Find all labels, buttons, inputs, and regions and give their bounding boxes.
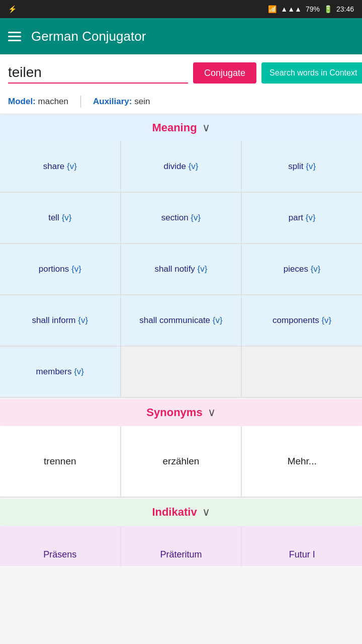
model-auxiliary-row: Model: machen Auxiliary: sein xyxy=(0,92,362,114)
word-card-shall-communicate[interactable]: shall communicate {v} xyxy=(121,295,241,346)
indikativ-futur-label: Futur I xyxy=(289,549,315,560)
word-components: components {v} xyxy=(273,315,331,326)
word-card-members[interactable]: members {v} xyxy=(0,347,120,397)
word-card-components[interactable]: components {v} xyxy=(242,295,362,346)
meaning-label: Meaning xyxy=(152,121,197,134)
synonyms-label: Synonyms xyxy=(146,406,202,419)
meaning-section-header[interactable]: Meaning ∨ xyxy=(0,114,362,141)
word-shall-inform: shall inform {v} xyxy=(32,315,88,326)
auxiliary-value: sein xyxy=(134,97,150,106)
word-card-pieces[interactable]: pieces {v} xyxy=(242,244,362,294)
word-card-split[interactable]: split {v} xyxy=(242,141,362,192)
word-pieces: pieces {v} xyxy=(284,264,321,274)
search-context-button[interactable]: Search words in Context xyxy=(261,62,362,84)
battery-percentage: 79% xyxy=(306,5,320,13)
model-text: Model: machen xyxy=(8,97,68,107)
indikativ-prateritum-label: Präteritum xyxy=(160,549,202,560)
conjugate-button[interactable]: Conjugate xyxy=(193,62,256,84)
indikativ-prateritum[interactable]: Präteritum xyxy=(121,526,241,566)
indikativ-prasens[interactable]: Präsens xyxy=(0,526,120,566)
status-bar: ⚡ 📶 ▲▲▲ 79% 🔋 23:46 xyxy=(0,0,362,18)
lightning-icon: ⚡ xyxy=(8,5,17,13)
word-portions: portions {v} xyxy=(39,264,81,274)
word-split: split {v} xyxy=(288,162,316,172)
synonym-mehr: Mehr... xyxy=(288,456,317,467)
word-section: section {v} xyxy=(161,213,201,223)
word-card-share[interactable]: share {v} xyxy=(0,141,120,192)
word-share: share {v} xyxy=(43,162,77,172)
synonym-card-erzahlen[interactable]: erzählen xyxy=(121,426,241,497)
synonym-card-mehr[interactable]: Mehr... xyxy=(242,426,362,497)
indikativ-prasens-label: Präsens xyxy=(43,549,76,560)
model-label: Model: xyxy=(8,97,36,106)
app-bar: German Conjugator xyxy=(0,18,362,54)
menu-button[interactable] xyxy=(8,32,21,41)
synonyms-section-header[interactable]: Synonyms ∨ xyxy=(0,399,362,426)
word-card-portions[interactable]: portions {v} xyxy=(0,244,120,294)
word-card-tell[interactable]: tell {v} xyxy=(0,193,120,243)
synonyms-chevron: ∨ xyxy=(208,406,216,419)
signal-icon: ▲▲▲ xyxy=(281,5,302,13)
indikativ-chevron: ∨ xyxy=(202,506,210,519)
word-part: part {v} xyxy=(289,213,316,223)
wifi-icon: 📶 xyxy=(268,5,277,13)
clock: 23:46 xyxy=(336,5,354,13)
synonym-trennen: trennen xyxy=(44,456,76,467)
meaning-word-grid: share {v} divide {v} split {v} tell {v} … xyxy=(0,141,362,398)
app-title: German Conjugator xyxy=(31,29,146,44)
word-shall-notify: shall notify {v} xyxy=(155,264,208,274)
indikativ-grid: Präsens Präteritum Futur I xyxy=(0,526,362,566)
indikativ-futur[interactable]: Futur I xyxy=(242,526,362,566)
word-card-empty1 xyxy=(121,347,241,397)
word-divide: divide {v} xyxy=(163,162,198,172)
separator xyxy=(80,96,81,108)
word-shall-communicate: shall communicate {v} xyxy=(139,315,222,326)
word-card-shall-inform[interactable]: shall inform {v} xyxy=(0,295,120,346)
indikativ-label: Indikativ xyxy=(152,506,197,519)
auxiliary-label: Auxiliary: xyxy=(93,97,132,106)
indikativ-section-header[interactable]: Indikativ ∨ xyxy=(0,499,362,526)
synonym-card-trennen[interactable]: trennen xyxy=(0,426,120,497)
word-card-part[interactable]: part {v} xyxy=(242,193,362,243)
input-row: Conjugate Search words in Context xyxy=(0,54,362,92)
word-tell: tell {v} xyxy=(48,213,71,223)
model-value: machen xyxy=(38,97,68,106)
battery-icon: 🔋 xyxy=(324,5,332,13)
word-card-divide[interactable]: divide {v} xyxy=(121,141,241,192)
word-card-empty2 xyxy=(242,347,362,397)
synonym-erzahlen: erzählen xyxy=(163,456,200,467)
auxiliary-text: Auxiliary: sein xyxy=(93,97,150,107)
word-card-section[interactable]: section {v} xyxy=(121,193,241,243)
word-members: members {v} xyxy=(36,367,84,377)
status-left: ⚡ xyxy=(8,5,17,13)
status-right: 📶 ▲▲▲ 79% 🔋 23:46 xyxy=(268,5,354,13)
meaning-chevron: ∨ xyxy=(202,121,210,134)
word-card-shall-notify[interactable]: shall notify {v} xyxy=(121,244,241,294)
word-input[interactable] xyxy=(8,62,188,84)
synonyms-grid: trennen erzählen Mehr... xyxy=(0,426,362,498)
